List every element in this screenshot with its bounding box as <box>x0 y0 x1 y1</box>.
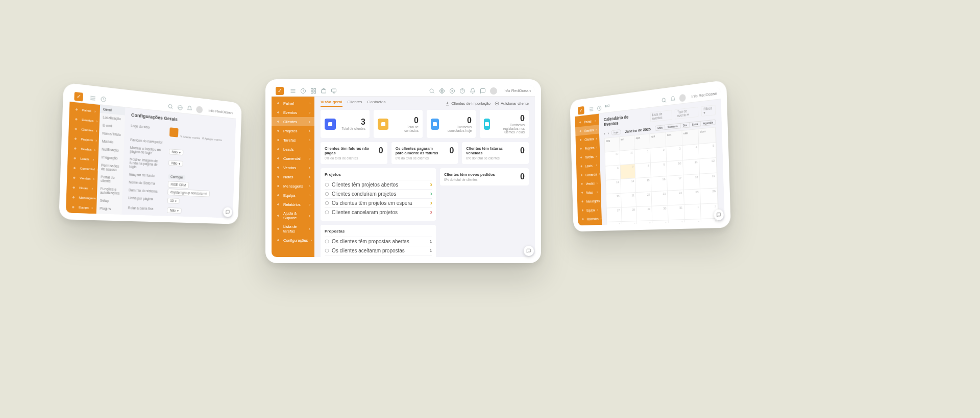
settings-nav-8[interactable]: Portal do cliente <box>97 173 123 186</box>
search-icon[interactable] <box>429 88 435 94</box>
text-input[interactable]: RISE CRM <box>168 181 189 189</box>
add-client-button[interactable]: Adicionar cliente <box>495 101 529 106</box>
bell-icon[interactable] <box>470 88 476 94</box>
cal-cell[interactable]: 30 <box>605 151 620 167</box>
cal-cell[interactable]: 4 <box>622 221 637 225</box>
cal-cell[interactable]: 12 <box>699 158 717 174</box>
cal-cell[interactable]: 1 <box>684 204 701 220</box>
avatar[interactable] <box>679 94 686 102</box>
globe-icon[interactable] <box>177 104 183 110</box>
menu-icon[interactable] <box>290 88 296 94</box>
grid-icon[interactable] <box>605 104 610 110</box>
sidebar-item-9[interactable]: Mensagens› <box>577 196 601 206</box>
import-clients-button[interactable]: Clientes de importação <box>445 101 491 106</box>
cal-cell[interactable]: 4 <box>682 144 699 160</box>
cal-cell[interactable]: 2 <box>650 147 667 163</box>
sidebar-item-3[interactable]: Projetos› <box>272 126 314 135</box>
sidebar-item-10[interactable]: Equipa› <box>272 191 314 200</box>
menu-icon[interactable] <box>89 95 96 102</box>
cal-prev[interactable]: ‹ <box>604 131 605 136</box>
filter-events-list[interactable]: Lista de eventos <box>650 109 672 122</box>
select[interactable]: Não ▾ <box>168 160 183 167</box>
cal-cell[interactable]: 14 <box>621 178 636 194</box>
cal-cell[interactable]: 21 <box>621 193 636 207</box>
cal-cell[interactable]: 5 <box>699 143 716 159</box>
sidebar-item-10[interactable]: Equipa› <box>577 205 601 215</box>
avatar[interactable] <box>196 106 203 113</box>
sidebar-item-12[interactable]: Ajuda & Suporte› <box>272 209 314 222</box>
cal-cell[interactable]: 23 <box>652 191 668 206</box>
sidebar-item-10[interactable]: Equipa› <box>66 202 97 213</box>
view-Mês[interactable]: Mês <box>655 125 666 130</box>
cal-cell[interactable]: 26 <box>700 188 718 204</box>
cal-cell[interactable]: 7 <box>668 220 685 225</box>
chat-icon[interactable] <box>480 88 486 94</box>
cal-cell[interactable]: 30 <box>652 205 668 221</box>
settings-nav-11[interactable]: Plugins <box>96 204 122 213</box>
cal-cell[interactable]: 25 <box>684 189 701 205</box>
sidebar-item-8[interactable]: Notas› <box>272 172 314 181</box>
cal-cell[interactable]: 22 <box>636 192 652 207</box>
filter-more[interactable]: Filtros ▾ <box>701 104 716 116</box>
clock-icon[interactable] <box>100 96 107 103</box>
cal-cell[interactable]: 29 <box>636 206 652 221</box>
grid-icon[interactable] <box>310 88 316 94</box>
tab-2[interactable]: Contactos <box>367 100 385 107</box>
sidebar-item-8[interactable]: Notas› <box>66 182 97 194</box>
cal-cell[interactable]: 6 <box>605 165 621 180</box>
bell-icon[interactable] <box>670 96 676 103</box>
plus-icon[interactable] <box>449 88 455 94</box>
select[interactable]: Não ▾ <box>167 207 182 214</box>
cal-today[interactable]: hoje <box>611 129 621 135</box>
sidebar-item-0[interactable]: Painel› <box>272 99 314 108</box>
view-Semana[interactable]: Semana <box>665 124 680 129</box>
tab-0[interactable]: Visão geral <box>321 100 342 107</box>
sidebar-item-14[interactable]: Configurações› <box>272 236 314 245</box>
select[interactable]: Não ▾ <box>166 217 181 218</box>
cal-cell[interactable]: 13 <box>606 179 621 194</box>
cal-cell[interactable]: 19 <box>700 173 717 190</box>
sidebar-item-11[interactable]: Relatórios› <box>578 214 602 224</box>
cal-cell[interactable]: 3 <box>607 222 622 225</box>
bell-icon[interactable] <box>187 105 192 112</box>
cal-cell[interactable]: 11 <box>683 159 700 175</box>
cal-cell[interactable]: 17 <box>667 175 684 191</box>
sidebar-item-4[interactable]: Tarefas› <box>272 135 314 145</box>
view-Agenda[interactable]: Agenda <box>701 120 716 126</box>
sidebar-item-2[interactable]: Clientes› <box>272 117 314 126</box>
settings-nav-7[interactable]: Permissões de acesso <box>98 161 124 174</box>
tab-1[interactable]: Clientes <box>348 100 362 107</box>
sidebar-item-9[interactable]: Mensagens› <box>272 181 314 191</box>
cal-next[interactable]: › <box>607 131 608 135</box>
select[interactable]: 10 ▾ <box>167 198 180 204</box>
globe-icon[interactable] <box>439 88 445 94</box>
cal-cell[interactable]: 8 <box>635 163 651 178</box>
select[interactable]: Não ▾ <box>169 149 184 155</box>
filter-event-type[interactable]: Tipo de evento ▾ <box>675 106 699 119</box>
cal-cell[interactable]: 5 <box>637 221 653 225</box>
view-Lista[interactable]: Lista <box>690 122 701 127</box>
briefcase-icon[interactable] <box>321 88 327 94</box>
cal-cell[interactable]: 24 <box>668 190 684 205</box>
search-icon[interactable] <box>167 103 174 109</box>
cal-cell[interactable]: 1 <box>635 149 651 165</box>
cal-cell[interactable]: 16 <box>651 176 668 192</box>
upload-chip[interactable]: Carregar <box>168 174 185 180</box>
cal-cell[interactable]: 10 <box>667 160 683 176</box>
sidebar-item-12[interactable]: Ajuda & Suporte› <box>578 223 602 225</box>
cal-cell[interactable]: 6 <box>652 220 669 225</box>
cal-cell[interactable]: 31 <box>668 205 685 220</box>
clock-icon[interactable] <box>300 88 306 94</box>
cal-cell[interactable]: 3 <box>666 146 683 161</box>
view-Dia[interactable]: Dia <box>680 123 690 128</box>
cal-cell[interactable]: 28 <box>622 207 637 222</box>
sidebar-item-9[interactable]: Mensagens› <box>66 192 97 203</box>
cal-cell[interactable]: 27 <box>607 207 622 222</box>
sidebar-item-13[interactable]: Lista de tarefas› <box>272 222 314 236</box>
settings-nav-10[interactable]: Setup <box>96 196 122 205</box>
menu-icon[interactable] <box>589 106 594 112</box>
cal-cell[interactable]: 7 <box>620 164 635 179</box>
avatar[interactable] <box>490 87 497 95</box>
cal-cell[interactable]: 8 <box>684 219 702 225</box>
clock-icon[interactable] <box>597 105 602 111</box>
